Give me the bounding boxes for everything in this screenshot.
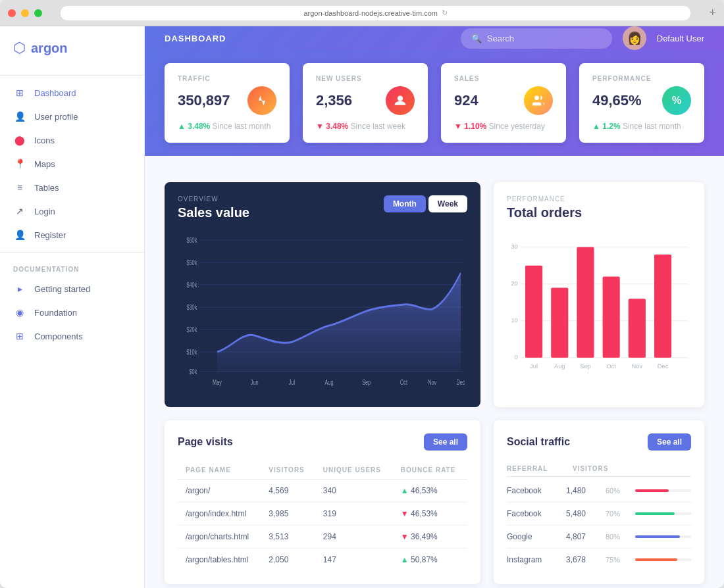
main-content: DASHBOARD 🔍 Search 👩 Default User TRAFFI…: [145, 26, 724, 588]
svg-text:Jul: Jul: [289, 379, 295, 387]
col-page-name: PAGE NAME: [178, 461, 261, 479]
sales-chart-svg: $60k $50k $40k $30k $20k $10k $0k May Ju…: [178, 233, 467, 391]
url-bar[interactable]: argon-dashboard-nodejs.creative-tim.com …: [61, 6, 690, 20]
stat-footer: ▼ 3.48% Since last week: [316, 122, 415, 131]
stat-since: Since yesterday: [489, 122, 545, 131]
table-row: /argon/ 4,569 340 ▲ 46,53%: [178, 479, 467, 502]
svg-text:Jun: Jun: [251, 379, 259, 387]
sidebar-item-icons[interactable]: ⬤ Icons: [0, 128, 144, 152]
stat-card-sales: SALES 924 ▼ 1.10% Since yesterday: [441, 63, 566, 143]
stat-value: 924: [454, 92, 478, 109]
search-input[interactable]: Search: [487, 34, 514, 43]
content-section: OVERVIEW Sales value Month Week: [145, 156, 724, 588]
new-tab-button[interactable]: +: [709, 6, 716, 20]
social-col-referral: REFERRAL: [507, 465, 566, 472]
stat-card-traffic: TRAFFIC 350,897 ▲ 3.48% Since last month: [165, 63, 290, 143]
sidebar-item-label: Tables: [34, 183, 59, 193]
page-visits-card: Page visits See all PAGE NAME VISITORS U…: [165, 420, 480, 584]
cell-visitors: 2,050: [261, 549, 315, 572]
maximize-button[interactable]: [34, 9, 42, 17]
bar-chart-svg: 30 20 10 0: [507, 231, 691, 389]
social-bar: [635, 489, 669, 492]
stat-footer: ▲ 1.2% Since last month: [592, 122, 691, 131]
sidebar-item-foundation[interactable]: ◉ Foundation: [0, 301, 144, 324]
stat-label: TRAFFIC: [178, 75, 276, 82]
page-visits-header: Page visits See all: [178, 433, 467, 451]
week-toggle-button[interactable]: Week: [428, 195, 467, 212]
social-visitors: 3,678: [566, 555, 599, 564]
sidebar-item-label: Foundation: [34, 308, 77, 318]
sidebar-divider-mid: [0, 252, 144, 253]
getting-started-icon: ▸: [13, 283, 26, 294]
social-traffic-header: Social traffic See all: [507, 433, 691, 451]
stat-card-new-users: NEW USERS 2,356 ▼ 3.48% Since last week: [303, 63, 428, 143]
svg-text:Dec: Dec: [658, 363, 669, 370]
stat-footer: ▲ 3.48% Since last month: [178, 122, 276, 131]
social-name: Instagram: [507, 555, 559, 564]
svg-text:$30k: $30k: [186, 304, 197, 312]
sidebar: ⬡ argon ⊞ Dashboard 👤 User profile ⬤ Ico…: [0, 26, 145, 588]
svg-point-0: [398, 96, 403, 101]
stat-icon-traffic: [247, 86, 276, 115]
list-item: Facebook 5,480 70%: [507, 502, 691, 526]
svg-text:$10k: $10k: [186, 349, 197, 356]
stat-value-row: 49,65% %: [592, 86, 691, 115]
social-visitors: 5,480: [566, 509, 599, 518]
page-title: DASHBOARD: [165, 34, 226, 43]
sidebar-item-components[interactable]: ⊞ Components: [0, 324, 144, 348]
sidebar-item-getting-started[interactable]: ▸ Getting started: [0, 277, 144, 301]
stat-footer: ▼ 1.10% Since yesterday: [454, 122, 553, 131]
sidebar-item-register[interactable]: 👤 Register: [0, 223, 144, 247]
overview-label: OVERVIEW: [178, 195, 249, 203]
minimize-button[interactable]: [21, 9, 29, 17]
stat-value: 350,897: [178, 92, 230, 109]
refresh-icon[interactable]: ↻: [442, 9, 448, 17]
cell-page: /argon/index.html: [178, 502, 261, 526]
perf-title: Total orders: [507, 205, 691, 220]
bottom-row: Page visits See all PAGE NAME VISITORS U…: [165, 420, 704, 584]
browser-titlebar: argon-dashboard-nodejs.creative-tim.com …: [0, 0, 724, 26]
page-visits-see-all-button[interactable]: See all: [424, 433, 467, 451]
components-icon: ⊞: [13, 331, 26, 341]
social-traffic-see-all-button[interactable]: See all: [648, 433, 691, 451]
list-item: Instagram 3,678 75%: [507, 549, 691, 571]
sidebar-item-label: Login: [34, 207, 55, 216]
stat-label: PERFORMANCE: [592, 75, 691, 82]
sidebar-item-user-profile[interactable]: 👤 User profile: [0, 105, 144, 128]
close-button[interactable]: [8, 9, 16, 17]
sales-chart-card: OVERVIEW Sales value Month Week: [165, 182, 480, 407]
search-bar[interactable]: 🔍 Search: [461, 28, 612, 49]
icons-icon: ⬤: [13, 135, 26, 145]
sidebar-item-tables[interactable]: ≡ Tables: [0, 176, 144, 199]
stat-change: ▼ 1.10%: [454, 122, 486, 131]
social-visitors: 4,807: [566, 532, 599, 541]
col-visitors: VISITORS: [261, 461, 315, 479]
user-name: Default User: [657, 34, 704, 43]
list-item: Facebook 1,480 60%: [507, 479, 691, 502]
header-right: 🔍 Search 👩 Default User: [461, 26, 704, 50]
chart-title: Sales value: [178, 205, 249, 220]
sidebar-item-login[interactable]: ↗ Login: [0, 199, 144, 223]
app-container: ⬡ argon ⊞ Dashboard 👤 User profile ⬤ Ico…: [0, 26, 724, 588]
stat-value-row: 924: [454, 86, 553, 115]
social-pct: 70%: [606, 510, 629, 518]
social-bar: [635, 558, 677, 561]
svg-text:Aug: Aug: [324, 379, 333, 387]
month-toggle-button[interactable]: Month: [384, 195, 426, 212]
chart-toggle: Month Week: [384, 195, 467, 212]
chart-meta: OVERVIEW Sales value: [178, 195, 249, 220]
sidebar-item-label: Icons: [34, 135, 55, 145]
search-icon: 🔍: [471, 34, 482, 43]
cell-unique: 340: [315, 479, 393, 502]
social-col-visitors: VISITORS: [573, 465, 609, 472]
svg-text:$20k: $20k: [186, 326, 197, 334]
perf-label: PERFORMANCE: [507, 195, 691, 203]
social-bar-track: [635, 512, 691, 515]
sidebar-item-dashboard[interactable]: ⊞ Dashboard: [0, 81, 144, 105]
social-traffic-card: Social traffic See all REFERRAL VISITORS…: [494, 420, 704, 584]
sidebar-item-maps[interactable]: 📍 Maps: [0, 152, 144, 176]
svg-rect-33: [551, 287, 568, 357]
svg-text:Jul: Jul: [530, 363, 538, 370]
stat-icon-performance: %: [662, 86, 691, 115]
cell-page: /argon/charts.html: [178, 526, 261, 549]
